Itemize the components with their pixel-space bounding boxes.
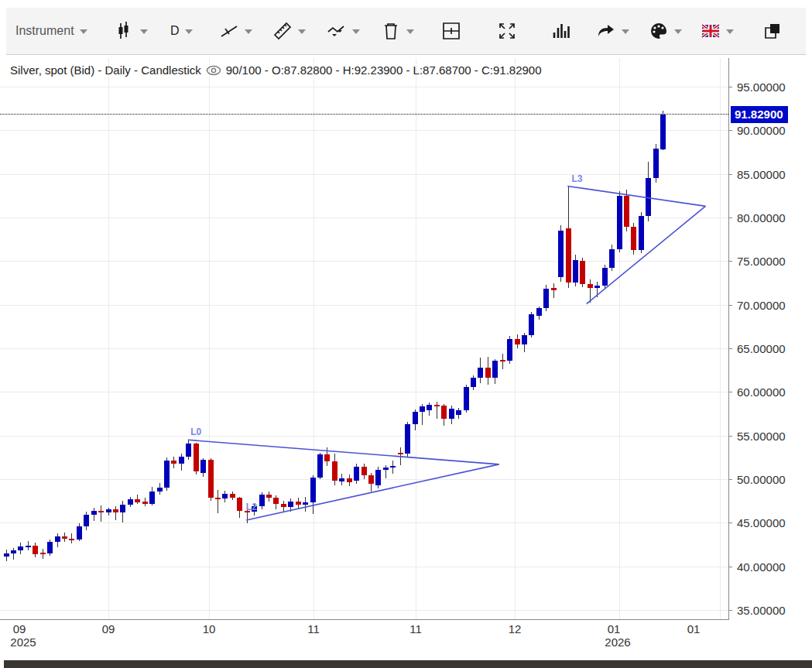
candle-down-86 [631,227,636,249]
price-tick-mark [729,567,732,567]
candle-up-52 [383,468,389,469]
candle-up-64 [471,378,476,386]
toolbar-timeframe[interactable]: D [170,8,193,54]
candle-down-79 [580,261,585,283]
candle-up-83 [609,249,615,269]
toolbar-indicator-tool[interactable] [327,8,360,54]
candle-up-67 [492,361,498,379]
trash-icon [381,21,401,41]
candle-up-46 [339,478,344,482]
trendline-icon [219,21,239,41]
time-tick-label: 09 [102,622,115,635]
drawing-triangle2-lower[interactable] [587,206,706,303]
price-tick-mark [729,479,732,480]
candle-up-16 [120,505,125,512]
candle-up-7 [55,536,60,542]
horizontal-gridline [0,130,728,131]
time-axis[interactable]: 092025091011111201202601 [0,620,728,654]
horizontal-gridline [0,174,728,175]
candle-up-22 [164,461,170,488]
vertical-gridline [209,58,210,619]
last-price-line [0,114,728,115]
candle-down-28 [208,460,214,497]
drawing-label-L2[interactable]: L2 [246,502,257,512]
candle-up-24 [179,457,184,464]
candle-down-9 [69,539,74,540]
candle-down-4 [33,546,38,554]
horizontal-gridline [0,567,728,567]
time-tick-label: 11 [307,622,320,635]
toolbar-ruler-tool[interactable] [272,8,306,54]
candle-up-89 [653,149,659,178]
candlestick-chart[interactable]: Silver, spot (Bid) - Daily - Candlestick… [0,0,728,619]
toolbar-theme[interactable] [649,8,682,54]
price-tick-label: 80.00000 [737,211,786,224]
horizontal-gridline [0,479,728,480]
toolbar-trendline-tool[interactable] [219,8,252,54]
toolbar-columns-view[interactable] [551,8,571,54]
candlestick-icon [115,21,135,41]
chevron-down-icon [185,29,193,34]
drawing-label-L3[interactable]: L3 [571,173,582,184]
candle-up-61 [449,409,454,420]
toolbar-delete-tool[interactable] [381,8,414,54]
price-tick-mark [729,261,732,262]
candle-down-32 [237,498,242,511]
candle-up-27 [200,460,206,473]
price-tick-label: 95.00000 [737,81,786,94]
drawing-triangle1-lower[interactable] [246,464,499,520]
share-icon [596,21,616,41]
price-tick-label: 35.00000 [737,604,786,617]
price-tick-mark [729,436,732,437]
candle-down-31 [230,494,235,498]
candle-down-80 [588,284,593,289]
drawing-triangle1-upper[interactable] [188,440,499,464]
candle-wick-15 [115,506,116,520]
candle-up-43 [317,454,323,477]
toolbar-share[interactable] [596,8,629,54]
vertical-gridline [416,58,416,619]
candle-up-35 [259,495,265,506]
toolbar-fullscreen[interactable] [497,8,517,54]
price-tick-label: 45.00000 [737,516,786,529]
chart-title-left: Silver, spot (Bid) - Daily - Candlestick [10,63,201,77]
price-tick-mark [729,392,732,392]
candle-wick-29 [218,490,218,513]
price-tick-mark [729,130,732,131]
candle-up-11 [84,515,89,526]
chart-title-ohlc: 90/100 - O:87.82800 - H:92.23900 - L:87.… [226,63,542,77]
palette-icon [649,21,669,41]
candle-down-85 [624,196,629,228]
toolbar-windows[interactable] [762,8,783,54]
candle-up-62 [456,410,461,415]
bottom-taskbar[interactable] [4,660,812,668]
candle-wick-59 [437,402,437,420]
main-toolbar: InstrumentD [6,8,806,55]
price-tick-label: 40.00000 [737,560,786,573]
chevron-down-icon [674,29,682,34]
candle-up-78 [573,260,578,283]
drawing-label-L0[interactable]: L0 [190,426,201,437]
vertical-gridline [313,58,314,619]
candle-down-54 [398,453,403,454]
drawing-triangle2-upper[interactable] [567,186,705,206]
candle-up-71 [522,335,527,344]
candle-up-69 [507,339,512,361]
time-tick-label: 10 [203,622,216,635]
toolbar-language[interactable] [701,8,734,54]
toolbar-instrument[interactable]: Instrument [15,8,87,54]
toolbar-grid-layout[interactable] [441,8,461,54]
time-tick-label: 01 [687,622,701,635]
eye-icon[interactable] [206,65,221,76]
candle-down-40 [296,502,301,504]
candle-up-63 [464,387,469,410]
time-tick-year: 2025 [10,635,36,649]
price-axis[interactable]: 95.0000090.0000085.0000080.0000075.00000… [729,58,812,620]
horizontal-gridline [0,348,728,349]
candle-up-3 [26,546,31,547]
toolbar-chart-type[interactable] [115,8,148,54]
price-tick-mark [729,87,732,87]
candle-up-73 [536,308,542,316]
candle-down-75 [551,288,557,289]
trading-app-window: Silver, spot (Bid) - Daily - Candlestick… [0,0,812,668]
